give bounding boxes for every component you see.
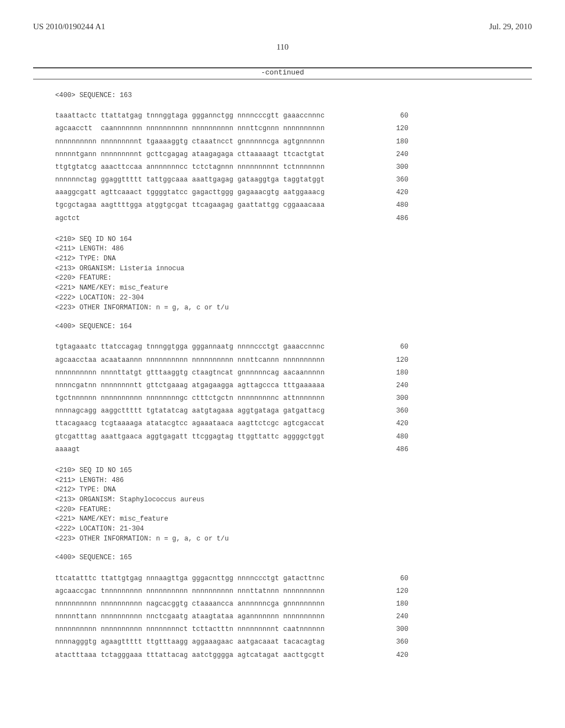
sequence-text: nnnnnnnnnn nnnnnnnnnn nnnnnnnnct tcttact…	[55, 623, 324, 636]
sequence-line: aaaagt486	[55, 443, 408, 456]
sequence-position: 420	[371, 417, 408, 430]
publication-date: Jul. 29, 2010	[489, 22, 532, 31]
sequence-line: nnnnnnnnnn nnnnnnnnnt tgaaaaggtg ctaaatn…	[55, 136, 408, 148]
sequence-text: tgtagaaatc ttatccagag tnnnggtgga ggganna…	[55, 341, 324, 354]
seq163-header: <400> SEQUENCE: 163	[55, 89, 532, 102]
sequence-text: agcaaccgac tnnnnnnnnn nnnnnnnnnn nnnnnnn…	[55, 585, 324, 598]
sequence-text: aaaggcgatt agttcaaact tggggtatcc gagactt…	[55, 186, 324, 199]
sequence-text: atactttaaa tctagggaaa tttattacag aatctgg…	[55, 649, 324, 662]
sequence-line: agcaacctt caannnnnnn nnnnnnnnnn nnnnnnnn…	[55, 122, 408, 135]
sequence-position: 480	[371, 431, 408, 443]
sequence-line: tgcgctagaa aagttttgga atggtgcgat ttcagaa…	[55, 199, 408, 212]
sequence-text: agcaacctaa acaataannn nnnnnnnnnn nnnnnnn…	[55, 354, 324, 367]
seq165-body: ttcatatttc ttattgtgag nnnaagttga gggacnt…	[55, 572, 532, 662]
sequence-position: 60	[371, 572, 408, 585]
sequence-text: agctct	[55, 212, 80, 225]
seq164-meta: <210> SEQ ID NO 164 <211> LENGTH: 486 <2…	[55, 235, 532, 313]
sequence-line: nnnnnnnnnn nnnnnnnnnn nnnnnnnnct tcttact…	[55, 623, 408, 636]
sequence-position: 120	[371, 585, 408, 598]
sequence-position: 300	[371, 392, 408, 405]
seq165-header: <400> SEQUENCE: 165	[55, 552, 532, 564]
sequence-text: agcaacctt caannnnnnn nnnnnnnnnn nnnnnnnn…	[55, 122, 324, 135]
sequence-position: 60	[371, 341, 408, 354]
page-header: US 2010/0190244 A1 Jul. 29, 2010	[33, 22, 532, 31]
sequence-position: 240	[371, 611, 408, 623]
sequence-text: nnnnnnnnnn nnnnnnnnnt tgaaaaggtg ctaaatn…	[55, 136, 324, 148]
sequence-position: 420	[371, 186, 408, 199]
sequence-line: nnnnntgann nnnnnnnnnt gcttcgagag ataagag…	[55, 148, 408, 161]
sequence-text: nnnnnnnnnn nnnnttatgt gtttaaggtg ctaagtn…	[55, 367, 324, 379]
sequence-position: 360	[371, 636, 408, 649]
sequence-position: 180	[371, 367, 408, 379]
sequence-text: nnnnnnnnnn nnnnnnnnnn nagcacggtg ctaaaan…	[55, 598, 324, 611]
sequence-text: gtcgatttag aaattgaaca aggtgagatt ttcggag…	[55, 431, 324, 443]
sequence-text: aaaagt	[55, 443, 80, 456]
seq164-body: tgtagaaatc ttatccagag tnnnggtgga ggganna…	[55, 341, 532, 456]
sequence-line: ttacagaacg tcgtaaaaga atatacgtcc agaaata…	[55, 417, 408, 430]
sequence-position: 360	[371, 405, 408, 417]
seq163-body: taaattactc ttattatgag tnnnggtaga gggannc…	[55, 110, 532, 225]
sequence-text: nnnnagggtg agaagttttt ttgtttaagg aggaaag…	[55, 636, 324, 649]
sequence-position: 240	[371, 379, 408, 392]
sequence-position: 360	[371, 174, 408, 186]
sequence-text: nnnnagcagg aaggcttttt tgtatatcag aatgtag…	[55, 405, 324, 417]
sequence-line: nnnnnnnnnn nnnnttatgt gtttaaggtg ctaagtn…	[55, 367, 408, 379]
sequence-line: nnnncgatnn nnnnnnnntt gttctgaaag atgagaa…	[55, 379, 408, 392]
sequence-position: 120	[371, 122, 408, 135]
sequence-text: ttcatatttc ttattgtgag nnnaagttga gggacnt…	[55, 572, 324, 585]
sequence-position: 480	[371, 199, 408, 212]
sequence-line: agctct486	[55, 212, 408, 225]
page-number: 110	[33, 42, 532, 52]
seq165-meta: <210> SEQ ID NO 165 <211> LENGTH: 486 <2…	[55, 466, 532, 544]
sequence-line: nnnnagcagg aaggcttttt tgtatatcag aatgtag…	[55, 405, 408, 417]
sequence-text: tgctnnnnnn nnnnnnnnnn nnnnnnnngc ctttctg…	[55, 392, 324, 405]
sequence-text: nnnnnnctag ggaggttttt tattggcaaa aaattga…	[55, 174, 324, 186]
sequence-position: 60	[371, 110, 408, 122]
sequence-line: tgctnnnnnn nnnnnnnnnn nnnnnnnngc ctttctg…	[55, 392, 408, 405]
publication-number: US 2010/0190244 A1	[33, 22, 105, 31]
sequence-position: 180	[371, 136, 408, 148]
sequence-text: nnnnnttann nnnnnnnnnn nnctcgaatg ataagta…	[55, 611, 324, 623]
sequence-line: taaattactc ttattatgag tnnnggtaga gggannc…	[55, 110, 408, 122]
sequence-text: ttgtgtatcg aaacttccaa annnnnnncc tctctag…	[55, 161, 324, 174]
sequence-position: 486	[371, 212, 408, 225]
sequence-line: nnnnnnnnnn nnnnnnnnnn nagcacggtg ctaaaan…	[55, 598, 408, 611]
seq164-header: <400> SEQUENCE: 164	[55, 320, 532, 333]
sequence-position: 300	[371, 161, 408, 174]
sequence-position: 180	[371, 598, 408, 611]
sequence-line: nnnnagggtg agaagttttt ttgtttaagg aggaaag…	[55, 636, 408, 649]
sequence-text: tgcgctagaa aagttttgga atggtgcgat ttcagaa…	[55, 199, 324, 212]
sequence-line: ttgtgtatcg aaacttccaa annnnnnncc tctctag…	[55, 161, 408, 174]
sequence-position: 486	[371, 443, 408, 456]
continued-label: -continued	[33, 68, 532, 77]
sequence-line: atactttaaa tctagggaaa tttattacag aatctgg…	[55, 649, 408, 662]
sequence-position: 420	[371, 649, 408, 662]
sequence-line: nnnnnnctag ggaggttttt tattggcaaa aaattga…	[55, 174, 408, 186]
sequence-position: 240	[371, 148, 408, 161]
sequence-line: agcaaccgac tnnnnnnnnn nnnnnnnnnn nnnnnnn…	[55, 585, 408, 598]
sequence-text: nnnnntgann nnnnnnnnnt gcttcgagag ataagag…	[55, 148, 324, 161]
sequence-line: ttcatatttc ttattgtgag nnnaagttga gggacnt…	[55, 572, 408, 585]
sequence-line: tgtagaaatc ttatccagag tnnnggtgga ggganna…	[55, 341, 408, 354]
sequence-text: taaattactc ttattatgag tnnnggtaga gggannc…	[55, 110, 324, 122]
sequence-position: 120	[371, 354, 408, 367]
sequence-text: nnnncgatnn nnnnnnnntt gttctgaaag atgagaa…	[55, 379, 324, 392]
top-rule-2	[33, 79, 532, 79]
sequence-line: nnnnnttann nnnnnnnnnn nnctcgaatg ataagta…	[55, 611, 408, 623]
sequence-position: 300	[371, 623, 408, 636]
sequence-line: aaaggcgatt agttcaaact tggggtatcc gagactt…	[55, 186, 408, 199]
sequence-line: agcaacctaa acaataannn nnnnnnnnnn nnnnnnn…	[55, 354, 408, 367]
sequence-text: ttacagaacg tcgtaaaaga atatacgtcc agaaata…	[55, 417, 324, 430]
sequence-line: gtcgatttag aaattgaaca aggtgagatt ttcggag…	[55, 431, 408, 443]
